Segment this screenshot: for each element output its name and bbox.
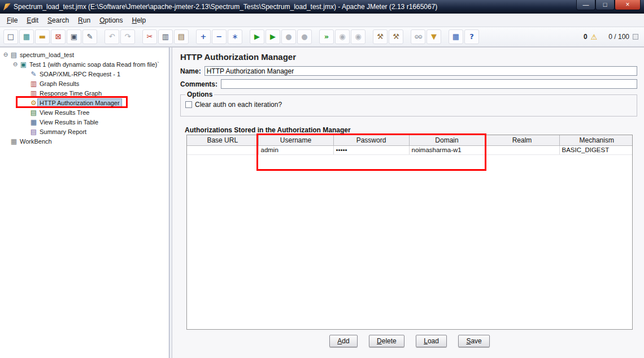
view-results-table-icon: ▦ [29, 118, 38, 126]
table-buttons: Add Delete Load Save [186, 335, 633, 347]
col-header-realm[interactable]: Realm [485, 135, 559, 145]
open-file-icon[interactable]: ▬ [35, 29, 50, 44]
clear-auth-row: Clear auth on each iteration? [185, 101, 632, 109]
shutdown-icon[interactable]: ● [297, 29, 312, 44]
menu-edit[interactable]: Edit [22, 15, 43, 26]
tree-item-http-auth-manager[interactable]: ⚙ HTTP Authorization Manager [0, 98, 169, 107]
tree-item-response-time-graph[interactable]: ▥ Response Time Graph [0, 88, 169, 98]
minimize-button[interactable]: — [576, 0, 595, 10]
tree-item-thread-group[interactable]: ⊖ ▣ Test 1 (with dynamic soap data Read … [0, 59, 169, 69]
cell-realm[interactable] [485, 145, 559, 154]
toggle-icon[interactable]: ∗ [228, 29, 242, 44]
clear-all-icon[interactable]: ⚒ [389, 29, 403, 44]
window-title: Spectrum_load_test.jmx (E:\Software\Jmet… [14, 3, 437, 11]
tree-item-view-results-tree[interactable]: ▤ View Results Tree [0, 107, 169, 117]
start-no-pauses-icon[interactable]: ▶ [266, 29, 280, 44]
tree-item-graph-results[interactable]: ▥ Graph Results [0, 79, 169, 88]
collapse-handle-icon[interactable]: ⊖ [2, 51, 10, 58]
log-error-count[interactable]: 0 [584, 33, 588, 41]
cell-password[interactable]: ••••• [333, 145, 409, 154]
toolbar: □ ▦ ▬ ⊠ ▣ ✎ ↶ ↷ ✂ ▥ ▤ + − ∗ ▶ ▶ ● ● » ◉ … [0, 27, 644, 48]
copy-icon[interactable]: ▥ [158, 29, 173, 44]
thread-counter: 0 / 100 [608, 33, 629, 41]
expand-all-icon[interactable]: + [196, 29, 211, 44]
main-area: ⊖ ▤ spectrum_load_test ⊖ ▣ Test 1 (with … [0, 48, 644, 358]
cut-icon[interactable]: ✂ [142, 29, 157, 44]
name-row: Name: [180, 66, 637, 76]
comments-input[interactable] [221, 79, 637, 89]
undo-icon[interactable]: ↶ [105, 29, 119, 44]
test-plan-icon: ▤ [10, 51, 18, 59]
delete-button[interactable]: Delete [369, 335, 404, 347]
remote-shutdown-all-icon[interactable]: ◉ [351, 29, 365, 44]
authorizations-table: Base URL Username Password Domain Realm … [187, 135, 633, 155]
col-header-username[interactable]: Username [258, 135, 333, 145]
tree-item-label: SOAP/XML-RPC Request - 1 [38, 70, 122, 78]
col-header-password[interactable]: Password [333, 135, 409, 145]
tree-item-label: Test 1 (with dynamic soap data Read from… [28, 61, 161, 68]
collapse-all-icon[interactable]: − [212, 29, 227, 44]
table-row[interactable]: admin ••••• noimasharma-w1 BASIC_DIGEST [187, 145, 633, 154]
tree-item-label: WorkBench [18, 137, 54, 145]
function-helper-icon[interactable]: ▦ [449, 29, 463, 44]
remote-stop-all-icon[interactable]: ◉ [335, 29, 350, 44]
clear-auth-checkbox[interactable] [185, 101, 192, 108]
col-header-domain[interactable]: Domain [409, 135, 485, 145]
tree-item-view-results-table[interactable]: ▦ View Results in Table [0, 117, 169, 127]
tree-item-label: Response Time Graph [38, 89, 103, 97]
options-group-title: Options [185, 90, 214, 98]
maximize-button[interactable]: □ [595, 0, 615, 10]
workbench-icon: ▦ [10, 137, 18, 145]
tree-item-soap-request[interactable]: ✎ SOAP/XML-RPC Request - 1 [0, 69, 169, 79]
close-button[interactable]: × [615, 0, 641, 10]
save-button[interactable]: Save [458, 335, 489, 347]
auth-manager-icon: ⚙ [29, 99, 38, 107]
menu-file[interactable]: File [2, 15, 22, 26]
tree-item-summary-report[interactable]: ▤ Summary Report [0, 127, 169, 136]
start-icon[interactable]: ▶ [250, 29, 264, 44]
cell-domain[interactable]: noimasharma-w1 [409, 145, 485, 154]
tree-item-test-plan[interactable]: ⊖ ▤ spectrum_load_test [0, 50, 169, 59]
tree-item-label: View Results in Table [38, 118, 100, 126]
menu-help[interactable]: Help [128, 15, 151, 26]
remote-start-all-icon[interactable]: » [319, 29, 334, 44]
toolbar-status: 0 ⚠ 0 / 100 [584, 33, 641, 41]
add-button[interactable]: Add [329, 335, 357, 347]
new-file-icon[interactable]: □ [3, 29, 18, 44]
load-button[interactable]: Load [416, 335, 447, 347]
tree-item-workbench[interactable]: ▦ WorkBench [0, 136, 169, 146]
tree-item-label: spectrum_load_test [18, 51, 76, 59]
cell-username[interactable]: admin [258, 145, 333, 154]
test-state-led-icon [633, 34, 638, 40]
menu-options[interactable]: Options [95, 15, 127, 26]
save-as-icon[interactable]: ✎ [82, 29, 97, 44]
config-panel: HTTP Authorization Manager Name: Comment… [172, 48, 644, 358]
graph-results-icon: ▥ [29, 80, 38, 88]
cell-base-url[interactable] [187, 145, 258, 154]
collapse-handle-icon[interactable]: ⊖ [11, 61, 19, 67]
help-icon[interactable]: ? [464, 29, 479, 44]
stop-icon[interactable]: ● [281, 29, 296, 44]
clear-icon[interactable]: ⚒ [373, 29, 388, 44]
paste-icon[interactable]: ▤ [174, 29, 189, 44]
templates-icon[interactable]: ▦ [19, 29, 34, 44]
cell-mechanism[interactable]: BASIC_DIGEST [559, 145, 633, 154]
search-reset-icon[interactable]: ▼ [427, 29, 441, 44]
search-icon[interactable]: ⊙⊙ [411, 29, 425, 44]
close-file-icon[interactable]: ⊠ [51, 29, 66, 44]
title-bar: Spectrum_load_test.jmx (E:\Software\Jmet… [0, 0, 644, 14]
tree-item-label-selected: HTTP Authorization Manager [38, 99, 121, 107]
name-input[interactable] [204, 66, 637, 76]
col-header-base-url[interactable]: Base URL [187, 135, 258, 145]
window-controls: — □ × [576, 0, 641, 10]
redo-icon[interactable]: ↷ [120, 29, 135, 44]
summary-report-icon: ▤ [29, 128, 38, 136]
col-header-mechanism[interactable]: Mechanism [559, 135, 633, 145]
comments-label: Comments: [180, 80, 217, 88]
menu-run[interactable]: Run [73, 15, 95, 26]
options-group: Options Clear auth on each iteration? [180, 90, 637, 117]
save-icon[interactable]: ▣ [67, 29, 81, 44]
response-time-graph-icon: ▥ [29, 89, 38, 97]
menu-search[interactable]: Search [43, 15, 73, 26]
warning-icon[interactable]: ⚠ [591, 33, 598, 41]
